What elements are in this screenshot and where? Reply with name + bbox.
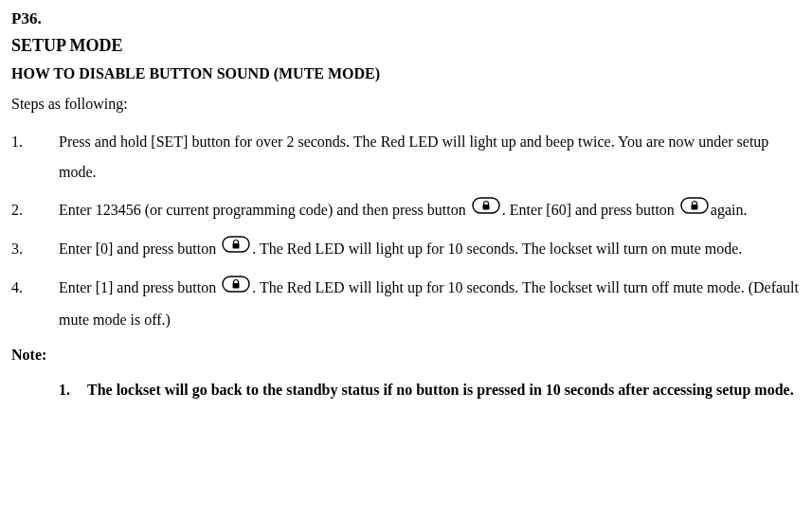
steps-intro: Steps as following: xyxy=(11,94,801,115)
note-heading: Note: xyxy=(11,345,801,365)
step-text: Enter [0] and press button . The Red LED… xyxy=(59,234,801,265)
steps-list: 1.Press and hold [SET] button for over 2… xyxy=(11,127,801,335)
page-number: P36. xyxy=(11,8,801,30)
step-item: 4.Enter [1] and press button . The Red L… xyxy=(11,273,801,334)
svg-rect-1 xyxy=(482,205,489,210)
lock-button-icon xyxy=(222,273,250,303)
page-subtitle: HOW TO DISABLE BUTTON SOUND (MUTE MODE) xyxy=(11,63,801,84)
lock-button-icon xyxy=(680,194,709,224)
step-number: 2. xyxy=(11,195,59,226)
lock-button-icon xyxy=(472,194,500,224)
lock-button-icon xyxy=(222,233,250,263)
note-item: 1.The lockset will go back to the standb… xyxy=(59,375,801,405)
note-text: The lockset will go back to the standby … xyxy=(87,375,801,405)
step-number: 3. xyxy=(11,234,59,265)
step-number: 4. xyxy=(11,273,59,334)
step-text: Enter [1] and press button . The Red LED… xyxy=(59,273,801,334)
step-text: Press and hold [SET] button for over 2 s… xyxy=(59,127,801,187)
step-item: 1.Press and hold [SET] button for over 2… xyxy=(11,127,801,187)
step-number: 1. xyxy=(11,127,59,187)
svg-rect-7 xyxy=(233,283,240,289)
step-item: 2.Enter 123456 (or current programming c… xyxy=(11,195,801,226)
step-text: Enter 123456 (or current programming cod… xyxy=(59,195,801,226)
step-item: 3.Enter [0] and press button . The Red L… xyxy=(11,234,801,265)
svg-rect-3 xyxy=(691,205,697,210)
svg-rect-5 xyxy=(233,243,240,249)
note-number: 1. xyxy=(59,375,87,405)
notes-list: 1.The lockset will go back to the standb… xyxy=(11,375,801,405)
page-title: SETUP MODE xyxy=(11,34,801,58)
